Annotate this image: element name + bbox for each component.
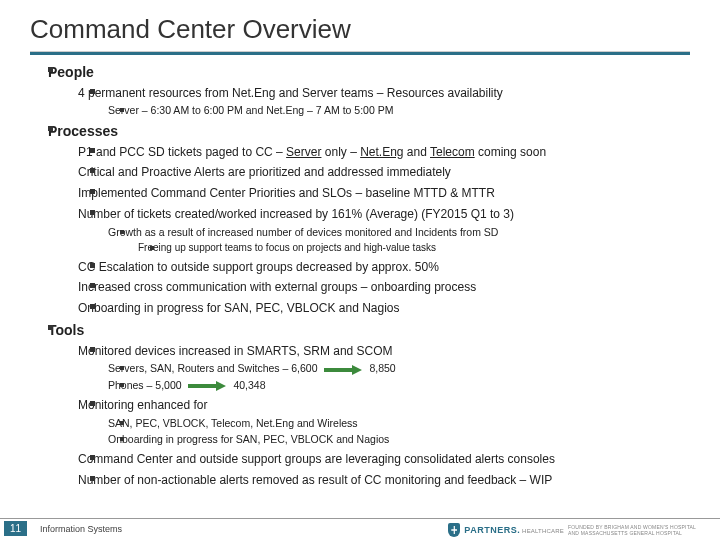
tools-subitem: Phones – 5,000 40,348	[108, 378, 690, 393]
tools-subitem: Servers, SAN, Routers and Switches – 6,6…	[108, 361, 690, 376]
processes-item: CC Escalation to outside support groups …	[78, 259, 690, 276]
underlined-text: Net.Eng	[360, 145, 403, 159]
processes-subsubitem: Freeing up support teams to focus on pro…	[138, 241, 690, 255]
text: SAN, PEC, VBLOCK, Telecom, Net.Eng and W…	[108, 417, 358, 429]
logo-brand: PARTNERS.	[464, 525, 520, 535]
text: Increased cross communication with exter…	[78, 280, 476, 294]
logo-tagline: FOUNDED BY BRIGHAM AND WOMEN'S HOSPITAL …	[568, 524, 708, 536]
value: 40,348	[233, 379, 265, 391]
text: Server – 6:30 AM to 6:00 PM and Net.Eng …	[108, 104, 393, 116]
people-subitem: Server – 6:30 AM to 6:00 PM and Net.Eng …	[108, 103, 690, 118]
text: Number of non-actionable alerts removed …	[78, 473, 552, 487]
tools-subitem: SAN, PEC, VBLOCK, Telecom, Net.Eng and W…	[108, 416, 690, 431]
text: Command Center and outside support group…	[78, 452, 555, 466]
slide: Command Center Overview People 4 permane…	[0, 0, 720, 540]
tools-item: Number of non-actionable alerts removed …	[78, 472, 690, 489]
people-item: 4 permanent resources from Net.Eng and S…	[78, 85, 690, 118]
tools-item: Monitored devices increased in SMARTS, S…	[78, 343, 690, 393]
section-people: People 4 permanent resources from Net.En…	[48, 63, 690, 118]
tools-item: Monitoring enhanced for SAN, PEC, VBLOCK…	[78, 397, 690, 447]
section-label: Processes	[48, 123, 118, 139]
text: Servers, SAN, Routers and Switches – 6,6…	[108, 362, 318, 374]
footer: 11 Information Systems PARTNERS. HEALTHC…	[0, 518, 720, 540]
text: P1 and PCC SD tickets paged to CC –	[78, 145, 286, 159]
text: only –	[321, 145, 360, 159]
arrow-right-icon	[324, 365, 362, 375]
partners-logo: PARTNERS. HEALTHCARE FOUNDED BY BRIGHAM …	[448, 523, 708, 537]
text: coming soon	[475, 145, 546, 159]
svg-marker-0	[324, 365, 362, 375]
arrow-right-icon	[188, 381, 226, 391]
logo-sub: HEALTHCARE	[522, 528, 564, 534]
processes-item: P1 and PCC SD tickets paged to CC – Serv…	[78, 144, 690, 161]
text: Onboarding in progress for SAN, PEC, VBL…	[108, 433, 389, 445]
text: Implemented Command Center Priorities an…	[78, 186, 495, 200]
text: Onboarding in progress for SAN, PEC, VBL…	[78, 301, 400, 315]
slide-title: Command Center Overview	[30, 14, 690, 45]
footer-label: Information Systems	[40, 524, 122, 534]
underlined-text: Server	[286, 145, 321, 159]
text: Critical and Proactive Alerts are priori…	[78, 165, 451, 179]
svg-marker-1	[188, 381, 226, 391]
processes-item: Increased cross communication with exter…	[78, 279, 690, 296]
shield-icon	[448, 523, 460, 537]
section-label: Tools	[48, 322, 84, 338]
processes-item: Implemented Command Center Priorities an…	[78, 185, 690, 202]
text: Freeing up support teams to focus on pro…	[138, 242, 436, 253]
section-tools: Tools Monitored devices increased in SMA…	[48, 321, 690, 489]
text: Monitored devices increased in SMARTS, S…	[78, 344, 393, 358]
text: CC Escalation to outside support groups …	[78, 260, 439, 274]
text: Growth as a result of increased number o…	[108, 226, 498, 238]
processes-item: Number of tickets created/worked increas…	[78, 206, 690, 254]
text: and	[404, 145, 430, 159]
section-label: People	[48, 64, 94, 80]
section-processes: Processes P1 and PCC SD tickets paged to…	[48, 122, 690, 317]
tools-item: Command Center and outside support group…	[78, 451, 690, 468]
underlined-text: Telecom	[430, 145, 475, 159]
text: Number of tickets created/worked increas…	[78, 207, 514, 221]
processes-item: Critical and Proactive Alerts are priori…	[78, 164, 690, 181]
text: 4 permanent resources from Net.Eng and S…	[78, 86, 503, 100]
value: 8,850	[369, 362, 395, 374]
text: Monitoring enhanced for	[78, 398, 207, 412]
processes-item: Onboarding in progress for SAN, PEC, VBL…	[78, 300, 690, 317]
processes-subitem: Growth as a result of increased number o…	[108, 225, 690, 255]
slide-content: People 4 permanent resources from Net.En…	[30, 63, 690, 488]
title-rule	[30, 51, 690, 55]
page-number: 11	[4, 521, 27, 536]
tools-subitem: Onboarding in progress for SAN, PEC, VBL…	[108, 432, 690, 447]
